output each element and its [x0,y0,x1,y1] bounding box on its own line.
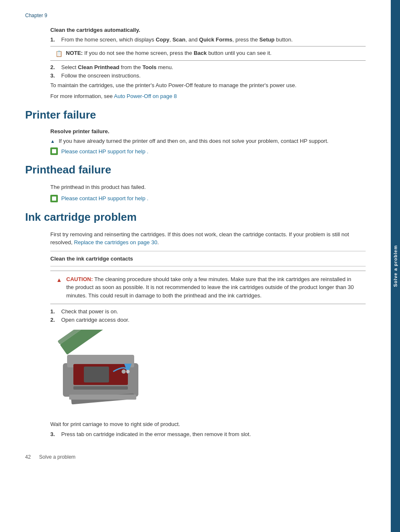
printer-image-container [50,330,340,413]
svg-rect-9 [73,386,128,390]
ink-step-2-text: Open cartridge access door. [61,317,130,323]
caution-icon: ▲ [56,276,63,284]
triangle-icon: ▲ [50,139,55,144]
svg-point-10 [122,369,126,374]
caution-box: ▲ CAUTION: The cleaning procedure should… [50,271,366,305]
ink-cartridge-title: Ink cartridge problem [25,211,366,224]
ink-step-1-num: 1. [50,308,59,315]
resolve-printer-header: Resolve printer failure. [50,128,366,134]
step-3-num: 3. [50,72,59,79]
printer-image [50,330,151,413]
svg-rect-5 [84,367,109,382]
printer-failure-title: Printer failure [25,108,366,121]
chapter-label: Chapter 9 [25,13,366,18]
printhead-support-link[interactable]: Please contact HP support for help . [61,195,148,201]
step-2: 2. Select Clean Printhead from the Tools… [50,64,366,70]
step-3-text: Follow the onscreen instructions. [61,72,140,79]
printer-failure-bullet: ▲ If you have already turned the printer… [50,138,366,144]
page-footer: 42 Solve a problem [25,450,366,460]
caution-text: CAUTION: The cleaning procedure should t… [66,275,360,300]
printhead-failure-para: The printhead in this product has failed… [50,183,366,191]
clean-cartridges-header: Clean the cartridges automatically. [50,27,366,33]
replace-cartridges-link[interactable]: Replace the cartridges on page 30 [74,239,157,245]
ink-step-2-num: 2. [50,317,59,323]
svg-point-11 [126,370,130,373]
ink-step-3-text: Press tab on cartridge indicated in the … [61,431,251,437]
step-3: 3. Follow the onscreen instructions. [50,72,366,79]
footer-text: Solve a problem [39,454,75,460]
ink-step-3: 3. Press tab on cartridge indicated in t… [50,431,366,437]
printer-support-link[interactable]: Please contact HP support for help . [61,148,148,155]
step-1: 1. From the home screen, which displays … [50,36,366,43]
ink-step-2: 2. Open cartridge access door. [50,317,366,323]
clean-contacts-header: Clean the ink cartridge contacts [50,256,366,262]
hp-icon-printhead [50,195,58,202]
printhead-failure-title: Printhead failure [25,163,366,176]
step-2-num: 2. [50,64,59,70]
step-1-text: From the home screen, which displays Cop… [61,36,293,43]
printer-support-link-box: Please contact HP support for help . [50,147,366,155]
footer-page-num: 42 [25,454,31,460]
wait-text: Wait for print carriage to move to right… [50,420,366,429]
note-icon: 📋 [55,50,62,57]
printhead-support-link-box: Please contact HP support for help . [50,195,366,202]
printer-failure-text: If you have already turned the printer o… [59,138,328,144]
auto-power-off-link[interactable]: Auto Power-Off on page 8 [114,93,177,99]
divider [50,251,366,251]
svg-rect-8 [69,395,136,400]
ink-step-1: 1. Check that power is on. [50,308,366,315]
side-tab: Solve a problem [391,0,400,532]
more-info-para: For more information, see Auto Power-Off… [50,92,366,101]
note-text: NOTE: If you do not see the home screen,… [66,50,272,56]
step-1-num: 1. [50,36,59,43]
step-2-text: Select Clean Printhead from the Tools me… [61,64,173,70]
maintain-para: To maintain the cartridges, use the prin… [50,81,366,90]
divider2 [50,266,366,266]
ink-step-1-text: Check that power is on. [61,308,118,315]
side-tab-label: Solve a problem [393,245,398,287]
note-box: 📋 NOTE: If you do not see the home scree… [50,46,366,61]
hp-icon-printer [50,147,58,155]
ink-step-3-num: 3. [50,431,59,437]
ink-cartridge-intro: First try removing and reinserting the c… [50,230,366,247]
